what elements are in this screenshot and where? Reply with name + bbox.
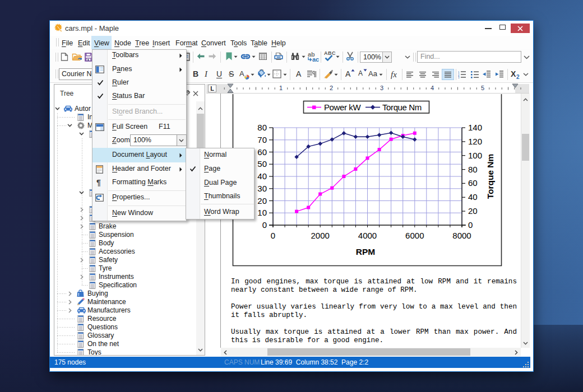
svg-text:Power kW: Power kW [324, 102, 361, 112]
svg-text:Torque Nm: Torque Nm [485, 154, 495, 199]
svg-text:60: 60 [468, 178, 478, 188]
svg-text:6000: 6000 [405, 231, 424, 240]
svg-text:100: 100 [468, 151, 482, 160]
svg-text:40: 40 [257, 171, 267, 181]
svg-text:70: 70 [257, 135, 267, 144]
svg-text:40: 40 [468, 192, 478, 202]
svg-text:4000: 4000 [358, 231, 377, 240]
svg-text:60: 60 [257, 147, 267, 157]
svg-text:0: 0 [262, 220, 267, 230]
svg-text:80: 80 [257, 123, 267, 132]
svg-text:30: 30 [257, 184, 267, 193]
svg-text:8000: 8000 [452, 231, 471, 240]
svg-text:120: 120 [468, 137, 482, 146]
svg-text:0: 0 [271, 231, 275, 240]
svg-text:20: 20 [468, 206, 478, 216]
svg-text:RPM: RPM [356, 247, 375, 256]
svg-text:2000: 2000 [311, 231, 330, 240]
svg-text:80: 80 [468, 165, 478, 174]
svg-text:3: 3 [458, 76, 460, 78]
svg-text:0: 0 [468, 220, 473, 230]
svg-text:140: 140 [468, 123, 482, 132]
svg-text:20: 20 [257, 196, 267, 206]
svg-text:50: 50 [257, 159, 267, 169]
svg-text:Torque Nm: Torque Nm [382, 102, 422, 112]
svg-text:10: 10 [257, 208, 267, 217]
